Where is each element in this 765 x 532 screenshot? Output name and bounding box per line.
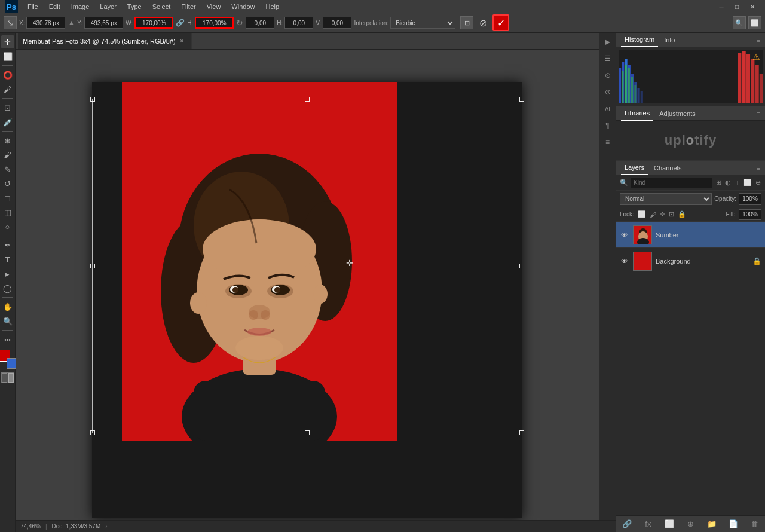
channels-tab[interactable]: Channels [650, 161, 685, 175]
add-mask-icon[interactable]: ⬜ [663, 518, 676, 531]
document-tab[interactable]: Membuat Pas Foto 3x4 @ 74,5% (Sumber, RG… [18, 33, 192, 49]
link-proportions-icon[interactable]: 🔗 [176, 19, 185, 27]
menu-file[interactable]: File [23, 2, 43, 11]
layers-menu-icon[interactable]: ≡ [757, 164, 760, 172]
transform-handle-bl[interactable] [90, 430, 95, 435]
lock-position-icon[interactable]: ✛ [660, 210, 665, 218]
y-input[interactable] [84, 17, 123, 29]
menu-select[interactable]: Select [148, 2, 176, 11]
history-panel-icon[interactable]: ▶ [601, 35, 614, 48]
foreground-background-colors[interactable] [0, 350, 17, 369]
warp-icon[interactable]: ⊞ [460, 16, 473, 29]
histogram-tab[interactable]: Histogram [621, 33, 658, 47]
eraser-tool[interactable]: ◻ [1, 191, 14, 204]
canvas-area[interactable]: ✛ [16, 50, 599, 532]
new-layer-icon[interactable]: 📄 [727, 518, 740, 531]
menu-help[interactable]: Help [261, 2, 284, 11]
properties-icon[interactable]: ☰ [601, 52, 614, 65]
history-brush-tool[interactable]: ↺ [1, 177, 14, 190]
menu-type[interactable]: Type [123, 2, 146, 11]
crop-tool[interactable]: ⊡ [1, 101, 14, 114]
close-button[interactable]: ✕ [745, 0, 760, 13]
adjustments-tab[interactable]: Adjustments [656, 106, 699, 121]
hand-tool[interactable]: ✋ [1, 300, 14, 313]
interpolation-select[interactable]: Bicubic Nearest Neighbor Bilinear Bicubi… [390, 17, 455, 29]
layer-filter-adjust[interactable]: ◐ [724, 176, 732, 189]
layer-link-icon[interactable]: 🔗 [620, 518, 634, 531]
commit-transform-button[interactable]: ✓ [492, 14, 509, 31]
menu-edit[interactable]: Edit [44, 2, 65, 11]
rectangular-marquee-tool[interactable]: ⬜ [1, 50, 14, 63]
layer-filter-smart[interactable]: ⊕ [754, 176, 761, 189]
opacity-input[interactable] [739, 193, 761, 205]
pen-tool[interactable]: ✒ [1, 239, 14, 252]
layer-sumber[interactable]: 👁 Sumber [616, 222, 765, 248]
libraries-menu-icon[interactable]: ≡ [757, 110, 760, 117]
layer-filter-type[interactable]: T [734, 176, 741, 189]
menu-image[interactable]: Image [66, 2, 94, 11]
menu-filter[interactable]: Filter [176, 2, 200, 11]
dodge-tool[interactable]: ○ [1, 220, 14, 233]
paragraph-icon[interactable]: ¶ [601, 119, 614, 132]
zoom-tool[interactable]: 🔍 [1, 314, 14, 328]
cancel-transform-button[interactable]: ⊘ [476, 16, 490, 30]
lock-all-icon[interactable]: 🔒 [678, 210, 686, 218]
transform-handle-tr[interactable] [519, 97, 524, 102]
move-tool[interactable]: ✛ [1, 35, 14, 48]
histogram-menu-icon[interactable]: ≡ [757, 36, 760, 44]
hskew-input[interactable] [284, 17, 313, 29]
menu-window[interactable]: Window [227, 2, 259, 11]
lock-artboard-icon[interactable]: ⊡ [669, 210, 674, 218]
layer-background[interactable]: 👁 Background 🔒 [616, 248, 765, 274]
w-input[interactable] [134, 17, 173, 29]
lasso-tool[interactable]: ⭕ [1, 68, 14, 81]
minimize-button[interactable]: ─ [714, 0, 729, 13]
lock-paint-icon[interactable]: 🖌 [650, 211, 656, 218]
transform-handle-mr[interactable] [519, 264, 524, 268]
spot-healing-tool[interactable]: ⊕ [1, 134, 14, 147]
add-layer-effect-icon[interactable]: fx [641, 518, 654, 531]
vskew-input[interactable] [323, 17, 351, 29]
create-fill-layer-icon[interactable]: ⊕ [684, 518, 697, 531]
layer-sumber-visibility[interactable]: 👁 [620, 230, 629, 240]
transform-handle-br[interactable] [519, 430, 524, 435]
layers-kind-filter[interactable] [631, 178, 712, 188]
quick-mask-button[interactable] [1, 372, 14, 383]
gradient-tool[interactable]: ◫ [1, 206, 14, 219]
x-input[interactable] [26, 17, 65, 29]
more-tools[interactable]: ••• [1, 333, 14, 346]
angle-input[interactable] [246, 17, 274, 29]
status-expand-icon[interactable]: › [105, 523, 107, 530]
info-tab[interactable]: Info [660, 33, 678, 47]
new-group-icon[interactable]: 📁 [705, 518, 718, 531]
brush-tool[interactable]: 🖌 [1, 148, 14, 161]
ai-icon[interactable]: AI [601, 102, 614, 115]
clone-stamp-tool[interactable]: ✎ [1, 163, 14, 176]
fill-input[interactable] [739, 209, 761, 220]
adjustments-icon[interactable]: ⊙ [601, 69, 614, 82]
menu-view[interactable]: View [202, 2, 226, 11]
eyedropper-tool[interactable]: 💉 [1, 115, 14, 129]
path-selection-tool[interactable]: ▸ [1, 267, 14, 280]
workspace-button[interactable]: ⬜ [748, 16, 761, 29]
lock-transparency-icon[interactable]: ⬜ [638, 210, 646, 218]
menu-layer[interactable]: Layer [95, 2, 121, 11]
layer-background-visibility[interactable]: 👁 [620, 256, 629, 266]
h-input[interactable] [195, 17, 234, 29]
shape-tool[interactable]: ◯ [1, 282, 14, 295]
quick-selection-tool[interactable]: 🖌 [1, 82, 14, 96]
layers-tab[interactable]: Layers [621, 161, 648, 175]
layers-icon[interactable]: ≡ [601, 136, 614, 149]
libraries-tab[interactable]: Libraries [621, 106, 653, 121]
transform-handle-ml[interactable] [90, 264, 95, 268]
tab-close-button[interactable]: ✕ [179, 38, 184, 44]
search-button[interactable]: 🔍 [733, 16, 746, 29]
text-tool[interactable]: T [1, 253, 14, 266]
transform-handle-tl[interactable] [90, 97, 95, 102]
delete-layer-icon[interactable]: 🗑 [748, 518, 761, 531]
layer-filter-pixel[interactable]: ⊞ [715, 176, 722, 189]
blend-mode-select[interactable]: Normal Multiply Screen Overlay [620, 193, 712, 205]
maximize-button[interactable]: □ [729, 0, 745, 13]
content-aware-icon[interactable]: ⊚ [601, 85, 614, 99]
layer-filter-shape[interactable]: ⬜ [743, 176, 752, 189]
